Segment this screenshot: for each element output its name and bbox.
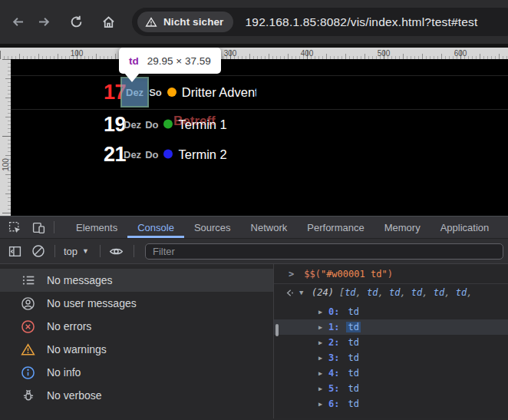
month-label: Dez [124, 148, 141, 160]
array-preview-item: td [345, 287, 367, 298]
array-entry-row[interactable]: ▶ 1: td [274, 319, 508, 335]
expand-triangle-icon[interactable]: ▶ [318, 385, 328, 392]
address-bar[interactable]: Nicht sicher 192.168.1.85:8082/vis/index… [132, 8, 508, 36]
array-entry-row[interactable]: ▶ 3: td [274, 350, 508, 365]
collapse-triangle-icon[interactable]: ▼ [299, 289, 310, 296]
sidebar-item-label: No verbose [47, 389, 102, 402]
page-viewport: 100 300 400 500 600 100 200 Betreff 17 D… [0, 48, 508, 216]
expand-triangle-icon[interactable]: ▶ [318, 339, 328, 346]
command-string-arg: "#w00001 td" [321, 269, 388, 279]
array-entry-row[interactable]: ▶ 2: td [274, 335, 508, 350]
console-sidebar-toggle-button[interactable] [6, 243, 23, 260]
tab-console[interactable]: Console [127, 217, 184, 238]
console-command-echo: > $$("#w00001 td") [274, 264, 508, 284]
calendar-row[interactable]: 17 Dez So Dritter Advent [11, 75, 508, 109]
devtools-tab-bar: Elements Console Sources Network Perform… [0, 217, 508, 239]
calendar-row[interactable]: 21 Dez Do Termin 2 [11, 139, 508, 169]
reload-button[interactable] [63, 9, 89, 35]
expand-triangle-icon[interactable]: ▶ [318, 354, 328, 362]
expand-triangle-icon[interactable]: ▶ [318, 369, 328, 377]
sidebar-item-warnings[interactable]: No warnings [0, 338, 273, 361]
array-entries: ▶ 0: td ▶ 1: td ▶ 2: td ▶ 3: td [274, 304, 508, 412]
live-expression-button[interactable] [107, 243, 124, 260]
array-preview-item: td [456, 287, 478, 298]
home-button[interactable] [95, 9, 121, 35]
device-toolbar-button[interactable] [31, 220, 46, 235]
ruler-label: 600 [454, 49, 467, 58]
forward-button[interactable] [31, 9, 57, 35]
back-arrow-icon [11, 15, 25, 29]
inspect-element-button[interactable] [7, 220, 22, 235]
clear-console-button[interactable] [30, 243, 47, 260]
tab-performance[interactable]: Performance [297, 217, 374, 238]
eye-icon [109, 244, 124, 259]
sidebar-item-errors[interactable]: No errors [0, 315, 273, 338]
calendar-row[interactable]: 19 Dez Do Termin 1 [11, 109, 508, 139]
device-toolbar-icon [32, 221, 45, 234]
console-result-preview[interactable]: ▼ (24) [ td td td td td td [274, 284, 508, 301]
expand-triangle-icon[interactable]: ▶ [318, 308, 328, 316]
sidebar-item-label: No info [47, 366, 81, 379]
event-title: Dritter Advent [182, 85, 256, 100]
ruler-label: 100 [71, 49, 84, 58]
tooltip-tag-name: td [129, 55, 139, 67]
vertical-ruler: 100 200 [0, 59, 11, 216]
event-title: Termin 2 [178, 147, 226, 161]
day-number: 19 [86, 112, 126, 136]
tab-sources[interactable]: Sources [184, 217, 241, 238]
scrollbar-thumb[interactable] [275, 324, 279, 336]
weekday-label: Do [145, 118, 158, 130]
back-button[interactable] [5, 9, 31, 35]
sidebar-item-label: No messages [47, 274, 113, 286]
home-icon [101, 15, 116, 29]
reload-icon [69, 15, 84, 29]
expand-triangle-icon[interactable]: ▶ [318, 400, 328, 408]
expand-triangle-icon[interactable]: ▶ [318, 323, 328, 331]
tab-memory[interactable]: Memory [374, 217, 430, 238]
array-preview-item: td [389, 287, 411, 298]
error-icon [21, 319, 35, 334]
array-entry-row[interactable]: ▶ 6: td [274, 396, 508, 412]
sidebar-item-messages[interactable]: No messages [0, 269, 273, 292]
security-chip[interactable]: Nicht sicher [137, 12, 233, 32]
tab-elements[interactable]: Elements [66, 217, 127, 238]
entry-index: 0: [328, 306, 339, 317]
console-output[interactable]: > $$("#w00001 td") ▼ (24) [ td td td td … [274, 264, 508, 418]
user-icon [21, 296, 35, 311]
entry-value: td [346, 337, 360, 348]
toolbar-separator [54, 245, 55, 257]
tab-application[interactable]: Application [430, 217, 500, 238]
array-entry-row[interactable]: ▶ 5: td [274, 381, 508, 396]
sidebar-item-info[interactable]: No info [0, 361, 273, 384]
security-label: Nicht sicher [163, 16, 223, 28]
entry-index: 2: [328, 337, 339, 348]
event-color-dot [167, 88, 176, 97]
console-content: No messages No user messages No errors N… [0, 264, 508, 418]
entry-value: td [346, 306, 360, 317]
sidebar-item-user-messages[interactable]: No user messages [0, 292, 273, 315]
url-text[interactable]: 192.168.1.85:8082/vis/index.html?test#te… [245, 15, 477, 29]
tab-network[interactable]: Network [241, 217, 298, 238]
array-entry-row[interactable]: ▶ 4: td [274, 365, 508, 381]
browser-toolbar: Nicht sicher 192.168.1.85:8082/vis/index… [0, 0, 508, 44]
ruler-label: 100 [2, 153, 10, 177]
month-label: Dez [124, 118, 141, 130]
console-prompt-icon: > [289, 269, 294, 279]
sidebar-item-verbose[interactable]: No verbose [0, 384, 273, 407]
event-color-dot [163, 120, 173, 129]
javascript-context-selector[interactable]: top ▼ [64, 246, 89, 257]
console-filter-input[interactable] [145, 243, 503, 260]
array-entry-row[interactable]: ▶ 0: td [274, 304, 508, 319]
entry-index: 1: [328, 322, 339, 332]
entry-value: td [346, 322, 360, 332]
console-toolbar: top ▼ [0, 239, 508, 264]
return-value-icon [285, 288, 295, 298]
sidebar-item-label: No errors [47, 320, 91, 332]
context-label: top [64, 246, 78, 257]
console-command-text: $$("#w00001 td") [304, 269, 393, 279]
array-preview-item: td [434, 287, 456, 298]
tooltip-dimensions: 29.95 × 37.59 [147, 55, 211, 67]
toolbar-separator [100, 245, 101, 257]
command-function: $$( [304, 269, 321, 279]
clear-console-icon [31, 244, 45, 258]
